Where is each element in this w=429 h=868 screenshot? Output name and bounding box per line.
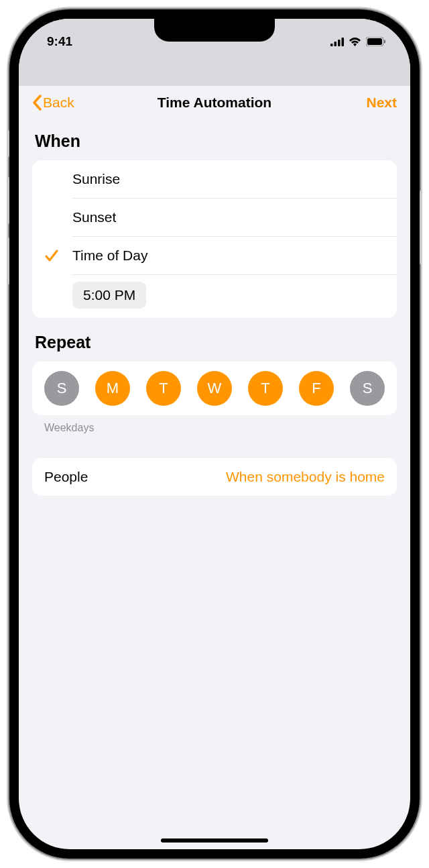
repeat-header: Repeat <box>32 333 397 352</box>
day-toggle-tue[interactable]: T <box>146 371 181 406</box>
day-toggle-thu[interactable]: T <box>248 371 283 406</box>
option-label: Sunrise <box>72 171 385 187</box>
when-option-sunset[interactable]: Sunset <box>32 199 397 236</box>
day-toggle-sat[interactable]: S <box>350 371 385 406</box>
people-label: People <box>44 469 88 485</box>
cellular-icon <box>330 38 344 46</box>
chevron-left-icon <box>32 95 42 111</box>
nav-title: Time Automation <box>158 95 271 111</box>
status-icons <box>330 37 386 46</box>
svg-rect-1 <box>334 42 337 46</box>
when-header: When <box>32 131 397 151</box>
people-row[interactable]: People When somebody is home <box>32 458 397 496</box>
nav-bar: Back Time Automation Next <box>19 86 410 119</box>
svg-rect-0 <box>330 44 333 46</box>
next-button[interactable]: Next <box>366 95 397 111</box>
svg-rect-3 <box>342 38 345 46</box>
checkmark-icon <box>44 248 59 263</box>
repeat-summary: Weekdays <box>32 422 397 434</box>
svg-rect-6 <box>384 40 385 44</box>
people-value: When somebody is home <box>226 469 385 485</box>
svg-rect-2 <box>338 40 341 46</box>
when-option-sunrise[interactable]: Sunrise <box>32 160 397 198</box>
battery-icon <box>366 37 386 46</box>
svg-rect-5 <box>367 38 382 45</box>
when-card: Sunrise Sunset Time of Day 5:00 PM <box>32 160 397 318</box>
repeat-days-card: S M T W T F S <box>32 362 397 415</box>
day-toggle-wed[interactable]: W <box>197 371 232 406</box>
home-indicator[interactable] <box>161 838 268 843</box>
day-toggle-mon[interactable]: M <box>95 371 130 406</box>
time-picker[interactable]: 5:00 PM <box>72 282 146 309</box>
day-toggle-fri[interactable]: F <box>299 371 334 406</box>
status-time: 9:41 <box>47 34 72 49</box>
day-toggle-sun[interactable]: S <box>44 371 79 406</box>
back-button[interactable]: Back <box>32 95 74 111</box>
option-label: Time of Day <box>72 248 385 264</box>
back-label: Back <box>43 95 74 111</box>
option-label: Sunset <box>72 209 385 225</box>
wifi-icon <box>349 37 361 46</box>
when-option-time-of-day[interactable]: Time of Day <box>32 237 397 274</box>
